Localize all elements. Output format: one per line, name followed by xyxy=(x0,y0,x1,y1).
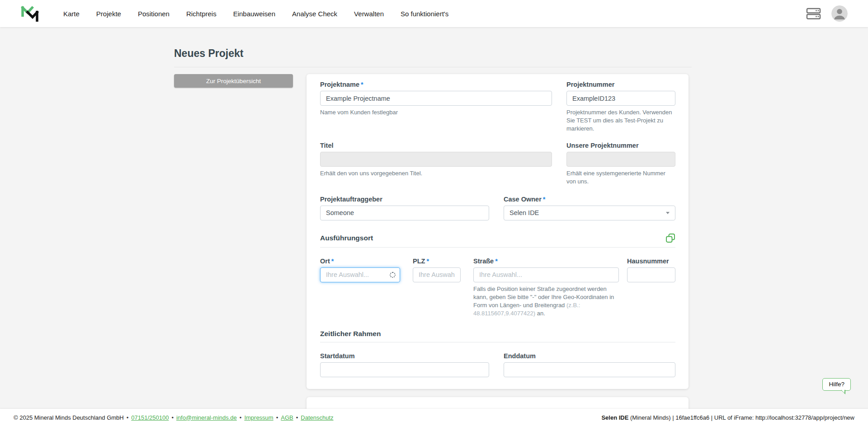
required-marker: * xyxy=(543,196,546,203)
section-ausfuehrungsort: Ausführungsort xyxy=(320,233,675,248)
projektnummer-input[interactable] xyxy=(566,91,675,106)
field-case-owner: Case Owner* Selen IDE xyxy=(504,196,675,220)
case-owner-value: Selen IDE xyxy=(509,209,539,216)
help-button[interactable]: Hilfe? xyxy=(822,378,851,391)
page-title: Neues Projekt xyxy=(174,47,692,60)
footer-separator: • xyxy=(127,414,129,421)
plz-label: PLZ* xyxy=(413,257,461,265)
caret-down-icon xyxy=(666,212,670,214)
field-projektnummer: Projektnummer Projektnummer des Kunden. … xyxy=(566,81,675,133)
case-owner-select[interactable]: Selen IDE xyxy=(504,206,675,220)
unsere-projektnummer-label: Unsere Projektnummer xyxy=(566,142,675,149)
footer-left: © 2025 Mineral Minds Deutschland GmbH•07… xyxy=(14,414,334,421)
ort-label: Ort* xyxy=(320,257,400,265)
field-unsere-projektnummer: Unsere Projektnummer Erhält eine systemg… xyxy=(566,142,675,186)
field-plz: PLZ* xyxy=(413,257,461,318)
projektauftraggeber-label: Projektauftraggeber xyxy=(320,196,489,203)
field-projektauftraggeber: Projektauftraggeber xyxy=(320,196,489,220)
footer-right: Selen IDE (Mineral Minds) | 16fae1ffc6a6… xyxy=(601,414,854,421)
main-nav: Karte Projekte Positionen Richtpreis Ein… xyxy=(63,10,448,18)
projektname-label: Projektname* xyxy=(320,81,552,88)
nav-item-einbauweisen[interactable]: Einbauweisen xyxy=(233,10,275,18)
projektnummer-help: Projektnummer des Kunden. Verwenden Sie … xyxy=(566,108,675,133)
field-startdatum: Startdatum xyxy=(320,352,489,377)
logo-mm-icon xyxy=(19,4,41,23)
field-hausnummer: Hausnummer xyxy=(627,257,675,318)
projektauftraggeber-input[interactable] xyxy=(320,206,489,220)
footer-link-impressum[interactable]: Impressum xyxy=(244,414,273,421)
field-enddatum: Enddatum xyxy=(504,352,675,377)
titel-label: Titel xyxy=(320,142,552,149)
field-projektname: Projektname* Name vom Kunden festlegbar xyxy=(320,81,552,133)
enddatum-label: Enddatum xyxy=(504,352,675,360)
nav-item-verwalten[interactable]: Verwalten xyxy=(354,10,384,18)
loading-spinner-icon xyxy=(390,272,396,278)
user-avatar[interactable] xyxy=(831,5,848,22)
strasse-label: Straße* xyxy=(473,257,619,265)
footer-link-datenschutz[interactable]: Datenschutz xyxy=(301,414,333,421)
required-marker: * xyxy=(495,257,498,265)
projektname-input[interactable] xyxy=(320,91,552,106)
header-actions xyxy=(806,5,848,22)
required-marker: * xyxy=(331,257,334,265)
hausnummer-label: Hausnummer xyxy=(627,257,675,265)
app-logo[interactable] xyxy=(19,4,41,23)
titel-help: Erhält den von uns vorgegebenen Titel. xyxy=(320,169,552,178)
server-icon[interactable] xyxy=(806,7,821,20)
case-owner-label: Case Owner* xyxy=(504,196,675,203)
field-strasse: Straße* Falls die Position keiner Straße… xyxy=(473,257,619,318)
project-overview-button[interactable]: Zur Projektübersicht xyxy=(174,74,293,88)
nav-item-karte[interactable]: Karte xyxy=(63,10,80,18)
footer-separator: • xyxy=(296,414,298,421)
nav-item-analyse-check[interactable]: Analyse Check xyxy=(292,10,337,18)
projektnummer-label: Projektnummer xyxy=(566,81,675,88)
footer-link-agb[interactable]: AGB xyxy=(281,414,293,421)
nav-item-so-funktionierts[interactable]: So funktioniert's xyxy=(401,10,448,18)
startdatum-input[interactable] xyxy=(320,362,489,377)
titel-input xyxy=(320,152,552,167)
page-title-block: Neues Projekt xyxy=(174,47,692,67)
required-marker: * xyxy=(361,81,363,88)
unsere-projektnummer-help: Erhält eine systemgenerierte Nummer von … xyxy=(566,169,675,186)
nav-item-positionen[interactable]: Positionen xyxy=(138,10,170,18)
copy-icon[interactable] xyxy=(665,233,675,243)
section-zeitlicher-rahmen: Zeitlicher Rahmen xyxy=(320,330,675,342)
ausfuehrungsort-heading: Ausführungsort xyxy=(320,234,373,242)
ort-input[interactable] xyxy=(320,267,400,282)
nav-item-richtpreis[interactable]: Richtpreis xyxy=(186,10,217,18)
field-ort: Ort* xyxy=(320,257,400,318)
footer-session-user: Selen IDE xyxy=(601,414,628,421)
top-nav: Karte Projekte Positionen Richtpreis Ein… xyxy=(0,0,868,27)
footer-link-email[interactable]: info@mineral-minds.de xyxy=(176,414,237,421)
startdatum-label: Startdatum xyxy=(320,352,489,360)
footer-separator: • xyxy=(171,414,174,421)
required-marker: * xyxy=(426,257,429,265)
field-titel: Titel Erhält den von uns vorgegebenen Ti… xyxy=(320,142,552,186)
footer-copyright: © 2025 Mineral Minds Deutschland GmbH xyxy=(14,414,124,421)
footer-session-info: (Mineral Minds) | 16fae1ffc6a6 | URL of … xyxy=(628,414,854,421)
enddatum-input[interactable] xyxy=(504,362,675,377)
plz-input[interactable] xyxy=(413,267,461,282)
nav-item-projekte[interactable]: Projekte xyxy=(96,10,121,18)
strasse-input[interactable] xyxy=(473,267,619,282)
main-area: Neues Projekt Zur Projektübersicht Proje… xyxy=(0,27,868,426)
footer-link-phone[interactable]: 07151/250100 xyxy=(131,414,169,421)
zeitlicher-rahmen-heading: Zeitlicher Rahmen xyxy=(320,330,381,338)
hausnummer-input[interactable] xyxy=(627,267,675,282)
unsere-projektnummer-input xyxy=(566,152,675,167)
projektname-help: Name vom Kunden festlegbar xyxy=(320,108,552,117)
new-project-form-card: Projektname* Name vom Kunden festlegbar … xyxy=(307,74,689,389)
footer-separator: • xyxy=(240,414,242,421)
strasse-help: Falls die Position keiner Straße zugeord… xyxy=(473,285,619,318)
footer-separator: • xyxy=(276,414,278,421)
footer: © 2025 Mineral Minds Deutschland GmbH•07… xyxy=(0,409,868,426)
